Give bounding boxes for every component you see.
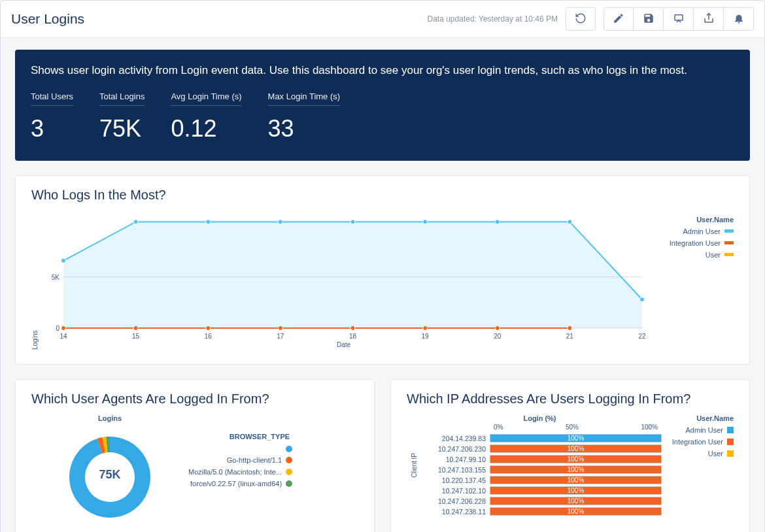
svg-text:22: 22 (638, 333, 646, 340)
dot-icon (286, 469, 292, 475)
svg-text:18: 18 (349, 333, 357, 340)
ip-row[interactable]: 10.247.99.10100% (418, 454, 662, 465)
legend-user[interactable]: User (706, 251, 734, 259)
line-chart-row: Logins 05K141516171819202122Date User.Na… (31, 210, 734, 350)
legend-go-http[interactable]: Go-http-client/1.1 (188, 456, 292, 464)
swatch-icon (724, 229, 734, 233)
header-bar: User Logins Data updated: Yesterday at 1… (1, 1, 764, 38)
notify-button[interactable] (724, 7, 754, 31)
legend-user[interactable]: User (708, 450, 734, 457)
dot-icon (286, 446, 292, 452)
dashboard-frame: { "header": { "title": "User Logins", "d… (0, 0, 765, 532)
legend-force[interactable]: force/v0.22.57 (linux-amd64) (188, 480, 292, 488)
save-button[interactable] (634, 7, 664, 31)
panel-title: Which User Agents Are Logged In From? (31, 391, 358, 407)
metric-label: Max Login Time (s) (268, 91, 341, 106)
swatch-icon (727, 427, 734, 433)
y-axis-label: Logins (31, 210, 39, 350)
line-chart-svg: 05K141516171819202122Date (39, 210, 649, 348)
ip-legend: User.Name Admin User Integration User Us… (662, 414, 734, 517)
swatch-icon (727, 450, 734, 457)
svg-text:15: 15 (132, 333, 140, 340)
ip-label: 10.247.238.11 (418, 508, 490, 516)
presentation-icon (673, 12, 685, 26)
ip-row[interactable]: 10.220.137.45100% (418, 475, 662, 486)
svg-rect-0 (675, 14, 683, 20)
summary-card: Shows user login activity from Login eve… (15, 50, 750, 161)
svg-point-26 (133, 325, 138, 330)
ip-row[interactable]: 10.247.102.10100% (418, 486, 662, 496)
ip-axis-title: Login (%) (418, 414, 662, 422)
metric-value: 0.12 (171, 115, 241, 142)
ip-row[interactable]: 10.247.238.11100% (418, 507, 662, 517)
svg-point-32 (568, 325, 572, 330)
svg-point-23 (568, 220, 572, 224)
panel-user-agents: Which User Agents Are Logged In From? Lo… (15, 379, 375, 532)
content-area: Shows user login activity from Login eve… (1, 38, 764, 532)
metric-value: 3 (31, 115, 73, 142)
swatch-icon (727, 439, 734, 445)
ip-bar: 100% (490, 465, 662, 474)
metric-max-login-time: Max Login Time (s) 33 (268, 91, 341, 142)
share-button[interactable] (694, 7, 724, 31)
svg-point-25 (61, 325, 66, 330)
ip-rows-container: 204.14.239.83100%10.247.206.230100%10.24… (418, 433, 662, 517)
ip-bar: 100% (490, 507, 662, 516)
present-button[interactable] (664, 7, 694, 31)
ip-label: 10.247.206.230 (418, 445, 490, 453)
share-icon (703, 12, 715, 26)
svg-point-31 (495, 325, 500, 330)
legend-admin-user[interactable]: Admin User (683, 227, 734, 235)
toolbar-group (604, 7, 754, 31)
ip-row[interactable]: 204.14.239.83100% (418, 433, 662, 444)
data-updated-text: Data updated: Yesterday at 10:46 PM (428, 14, 558, 24)
ip-axis-ticks: 0% 50% 100% (490, 424, 662, 431)
undo-button[interactable] (566, 7, 596, 31)
browser-legend: BROWSER_TYPE Go-http-client/1.1 Mozilla/… (188, 414, 292, 488)
ip-row[interactable]: 10.247.206.228100% (418, 496, 662, 507)
ip-label: 10.247.99.10 (418, 456, 490, 463)
legend-title: User.Name (696, 414, 734, 422)
undo-icon (575, 12, 586, 26)
ip-bars-area[interactable]: Login (%) 0% 50% 100% 204.14.239.83100%1… (418, 414, 662, 517)
svg-text:17: 17 (277, 333, 284, 340)
line-legend: User.Name Admin User Integration User Us… (649, 210, 734, 350)
legend-browser-unknown[interactable] (188, 446, 292, 452)
legend-title: User.Name (696, 216, 734, 224)
svg-point-29 (350, 325, 355, 330)
svg-point-27 (206, 325, 211, 330)
swatch-icon (724, 253, 734, 256)
panel-title: Who Logs In the Most? (31, 188, 734, 203)
bell-icon (733, 12, 745, 26)
pencil-icon (613, 12, 624, 26)
svg-point-21 (423, 220, 428, 224)
svg-text:0: 0 (56, 325, 60, 332)
svg-point-22 (495, 220, 500, 224)
legend-mozilla[interactable]: Mozilla/5.0 (Macintosh; Inte... (188, 468, 292, 476)
legend-integration-user[interactable]: Integration User (672, 438, 734, 446)
metric-label: Total Logins (99, 91, 144, 106)
ip-row[interactable]: 10.247.206.230100% (418, 444, 662, 454)
dot-icon (286, 480, 292, 487)
donut-center-label: 75K (99, 468, 120, 482)
svg-point-28 (278, 325, 282, 330)
edit-button[interactable] (604, 7, 634, 31)
donut-wrap: Logins 75K BROWSER_TYPE Go-http-client/1… (31, 414, 358, 529)
ip-label: 10.247.102.10 (418, 487, 490, 495)
ip-label: 10.220.137.45 (418, 476, 490, 484)
ip-label: 10.247.206.228 (418, 497, 490, 505)
legend-admin-user[interactable]: Admin User (686, 426, 734, 434)
ip-bar: 100% (490, 455, 662, 463)
legend-integration-user[interactable]: Integration User (670, 239, 734, 247)
ip-label: 10.247.103.155 (418, 466, 490, 474)
ip-chart-row: Client IP Login (%) 0% 50% 100% 204.14.2… (407, 414, 734, 517)
svg-point-30 (423, 325, 428, 330)
metric-value: 33 (268, 115, 341, 142)
donut-axis-title: Logins (98, 414, 122, 422)
line-chart-area[interactable]: 05K141516171819202122Date (39, 210, 649, 350)
svg-point-20 (350, 220, 355, 224)
two-column-row: Which User Agents Are Logged In From? Lo… (15, 379, 750, 532)
svg-text:Date: Date (337, 341, 351, 348)
ip-row[interactable]: 10.247.103.155100% (418, 465, 662, 475)
metric-value: 75K (99, 115, 144, 142)
